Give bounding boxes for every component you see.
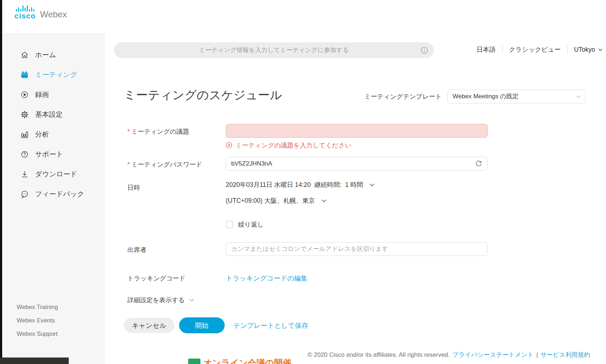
window-left-edge — [0, 0, 2, 364]
duration-value: 1 時間 — [345, 180, 363, 189]
background-window-title: オンライン会議の開催 — [203, 358, 291, 364]
sidebar-item-downloads[interactable]: ダウンロード — [0, 164, 105, 184]
sidebar-item-label: ミーティング — [35, 70, 77, 80]
sidebar-item-preferences[interactable]: 基本設定 — [0, 104, 105, 124]
user-menu[interactable]: UTokyo — [574, 46, 603, 53]
copyright-text: © 2020 Cisco and/or its affiliates. All … — [308, 351, 450, 359]
recurrence-label: 繰り返し — [238, 220, 264, 229]
sidebar-footer-links: Webex Training Webex Events Webex Suppor… — [17, 300, 58, 341]
language-selector[interactable]: 日本語 — [476, 45, 496, 54]
edit-tracking-code-link[interactable]: トラッキングコードの編集 — [226, 274, 308, 283]
page-footer: © 2020 Cisco and/or its affiliates. All … — [308, 351, 590, 359]
sidebar-item-feedback[interactable]: フィードバック — [0, 184, 105, 204]
chevron-down-icon — [321, 198, 327, 204]
sidebar-item-home[interactable]: ホーム — [0, 45, 105, 65]
timezone-selector[interactable]: (UTC+09:00) 大阪、札幌、東京 — [226, 196, 327, 205]
error-icon — [226, 142, 232, 149]
recurrence-row: 繰り返し — [226, 220, 264, 229]
cisco-wordmark: cisco — [14, 13, 36, 19]
datetime-value: 2020年03月11日 水曜日 14:20 — [226, 180, 311, 189]
password-label: *ミーティングパスワード — [127, 160, 202, 169]
download-icon — [20, 170, 29, 179]
link-webex-training[interactable]: Webex Training — [17, 300, 58, 314]
link-webex-support[interactable]: Webex Support — [17, 327, 58, 341]
webex-logo: cisco Webex — [14, 5, 67, 19]
topic-label: *ミーティングの議題 — [127, 127, 189, 136]
search-input[interactable] — [114, 42, 434, 58]
recurrence-checkbox[interactable] — [226, 221, 233, 228]
main-content: 日本語 クラシックビュー UTokyo ミーティングのスケジュール ミーティング… — [105, 33, 606, 364]
gear-icon — [20, 110, 29, 119]
header-divider — [567, 46, 568, 53]
topic-error-text: ミーティングの議題を入力してください — [236, 141, 351, 150]
attendees-input[interactable] — [226, 242, 488, 256]
sidebar-item-meetings[interactable]: ミーティング — [0, 65, 105, 85]
regenerate-password-icon[interactable] — [475, 160, 483, 168]
page-title: ミーティングのスケジュール — [124, 87, 282, 103]
taskbar-fragment — [0, 357, 69, 364]
action-buttons: キャンセル 開始 テンプレートとして保存 — [124, 317, 308, 333]
header-divider — [502, 46, 503, 53]
background-window-fragment: オンライン会議の開催 — [203, 358, 291, 364]
link-webex-events[interactable]: Webex Events — [17, 314, 58, 327]
topic-error: ミーティングの議題を入力してください — [226, 141, 351, 150]
sidebar-nav: ホーム ミーティング 録画 — [0, 45, 105, 204]
start-button[interactable]: 開始 — [179, 317, 225, 333]
chevron-down-icon — [576, 94, 581, 100]
sidebar-item-label: サポート — [35, 150, 63, 159]
tracking-label: トラッキングコード — [127, 274, 186, 283]
duration-label: 継続時間: — [314, 180, 342, 189]
meeting-template-row: ミーティングテンプレート Webex Meetings の既定 — [364, 90, 586, 103]
timezone-value: (UTC+09:00) 大阪、札幌、東京 — [226, 196, 315, 205]
record-icon — [20, 90, 29, 99]
sidebar-item-label: フィードバック — [35, 189, 84, 199]
show-advanced-settings-toggle[interactable]: 詳細設定を表示する — [127, 296, 195, 304]
sidebar-item-label: ホーム — [35, 50, 56, 60]
attendees-label: 出席者 — [127, 245, 147, 254]
chevron-down-icon — [188, 297, 195, 303]
required-marker: * — [127, 128, 130, 135]
topic-input[interactable] — [226, 124, 488, 138]
chevron-down-icon — [369, 182, 375, 188]
user-name: UTokyo — [574, 46, 595, 53]
top-bar: cisco Webex — [0, 0, 606, 33]
template-dropdown[interactable]: Webex Meetings の既定 — [447, 90, 586, 103]
footer-separator: | — [536, 351, 538, 359]
password-field-wrap — [226, 157, 488, 171]
sidebar-item-label: 基本設定 — [35, 110, 63, 119]
sidebar-item-label: ダウンロード — [35, 170, 77, 179]
datetime-selector[interactable]: 2020年03月11日 水曜日 14:20 継続時間: 1 時間 — [226, 180, 375, 189]
header-links: 日本語 クラシックビュー UTokyo — [476, 45, 603, 54]
webex-wordmark: Webex — [40, 10, 67, 19]
calendar-icon — [20, 70, 29, 79]
classic-view-link[interactable]: クラシックビュー — [509, 45, 561, 54]
password-input[interactable] — [226, 157, 488, 171]
template-label: ミーティングテンプレート — [364, 92, 442, 101]
sidebar-item-recordings[interactable]: 録画 — [0, 85, 105, 104]
sidebar-item-support[interactable]: サポート — [0, 144, 105, 164]
terms-of-service-link[interactable]: サービス利用規約 — [541, 351, 590, 359]
info-icon[interactable] — [421, 47, 428, 54]
required-marker: * — [127, 161, 130, 168]
home-icon — [20, 51, 29, 59]
save-as-template-link[interactable]: テンプレートとして保存 — [233, 321, 308, 330]
sidebar-item-label: 分析 — [35, 130, 49, 139]
datetime-label: 日時 — [127, 183, 140, 192]
cancel-button[interactable]: キャンセル — [124, 318, 174, 333]
advanced-toggle-label: 詳細設定を表示する — [127, 296, 185, 304]
join-meeting-search[interactable] — [114, 42, 434, 58]
template-selected-value: Webex Meetings の既定 — [453, 93, 518, 100]
privacy-statement-link[interactable]: プライバシーステートメント — [452, 351, 534, 359]
chevron-down-icon — [598, 47, 603, 52]
cisco-logo: cisco — [14, 5, 36, 19]
app-icon-fragment — [188, 359, 200, 364]
bar-chart-icon — [20, 130, 29, 139]
sidebar-item-label: 録画 — [35, 90, 49, 99]
feedback-icon — [20, 190, 29, 198]
sidebar: ホーム ミーティング 録画 — [0, 33, 105, 364]
help-icon — [20, 150, 29, 159]
sidebar-item-insights[interactable]: 分析 — [0, 124, 105, 144]
